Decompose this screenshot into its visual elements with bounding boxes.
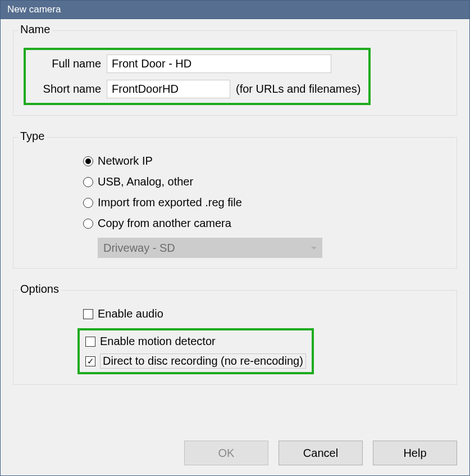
titlebar[interactable]: New camera bbox=[1, 1, 469, 19]
radio-row-import[interactable]: Import from exported .reg file bbox=[83, 196, 446, 209]
help-button[interactable]: Help bbox=[373, 441, 457, 465]
fullname-label: Full name bbox=[34, 57, 101, 70]
group-name: Name Full name Short name (for URLs and … bbox=[13, 30, 457, 116]
radio-network-label: Network IP bbox=[98, 155, 153, 167]
group-name-legend: Name bbox=[18, 23, 52, 36]
options-highlight: Enable motion detector Direct to disc re… bbox=[77, 328, 314, 374]
group-options: Options Enable audio Enable motion detec… bbox=[13, 290, 457, 385]
radio-row-copy[interactable]: Copy from another camera bbox=[83, 217, 446, 230]
checkbox-audio-label: Enable audio bbox=[98, 307, 163, 320]
row-fullname: Full name bbox=[34, 55, 361, 73]
radio-row-network[interactable]: Network IP bbox=[83, 155, 446, 167]
button-row: OK Cancel Help bbox=[13, 441, 457, 465]
check-row-motion[interactable]: Enable motion detector bbox=[85, 335, 306, 348]
check-row-audio[interactable]: Enable audio bbox=[83, 307, 446, 320]
checkbox-direct[interactable] bbox=[85, 356, 95, 366]
row-shortname: Short name (for URLs and filenames) bbox=[34, 80, 361, 98]
radio-import[interactable] bbox=[83, 198, 93, 208]
check-row-direct[interactable]: Direct to disc recording (no re-encoding… bbox=[85, 353, 306, 369]
radio-copy-label: Copy from another camera bbox=[98, 217, 231, 230]
radio-row-usb[interactable]: USB, Analog, other bbox=[83, 175, 446, 188]
checkbox-motion-label: Enable motion detector bbox=[100, 335, 216, 348]
copy-source-value: Driveway - SD bbox=[103, 242, 175, 255]
cancel-button[interactable]: Cancel bbox=[279, 441, 363, 465]
checkbox-direct-label: Direct to disc recording (no re-encoding… bbox=[100, 353, 306, 369]
group-type: Type Network IP USB, Analog, other Impor… bbox=[13, 137, 457, 269]
client-area: Name Full name Short name (for URLs and … bbox=[1, 19, 469, 475]
shortname-hint: (for URLs and filenames) bbox=[236, 83, 361, 96]
radio-copy[interactable] bbox=[83, 219, 93, 229]
help-button-label: Help bbox=[403, 447, 426, 460]
radio-usb-label: USB, Analog, other bbox=[98, 175, 193, 188]
radio-import-label: Import from exported .reg file bbox=[98, 196, 242, 209]
fullname-input[interactable] bbox=[107, 55, 331, 73]
ok-button-label: OK bbox=[218, 447, 235, 460]
ok-button[interactable]: OK bbox=[184, 441, 268, 465]
copy-source-combo: Driveway - SD bbox=[98, 238, 322, 258]
cancel-button-label: Cancel bbox=[303, 447, 338, 460]
shortname-input[interactable] bbox=[107, 80, 230, 98]
radio-network[interactable] bbox=[83, 156, 93, 166]
checkbox-motion[interactable] bbox=[85, 337, 95, 347]
shortname-label: Short name bbox=[34, 83, 101, 96]
chevron-down-icon bbox=[311, 247, 317, 250]
name-highlight: Full name Short name (for URLs and filen… bbox=[24, 48, 371, 105]
dialog-window: New camera Name Full name Short name (fo… bbox=[0, 0, 470, 476]
group-type-legend: Type bbox=[18, 130, 47, 143]
group-options-legend: Options bbox=[18, 283, 61, 296]
radio-usb[interactable] bbox=[83, 177, 93, 187]
checkbox-audio[interactable] bbox=[83, 309, 93, 319]
window-title: New camera bbox=[7, 4, 61, 15]
